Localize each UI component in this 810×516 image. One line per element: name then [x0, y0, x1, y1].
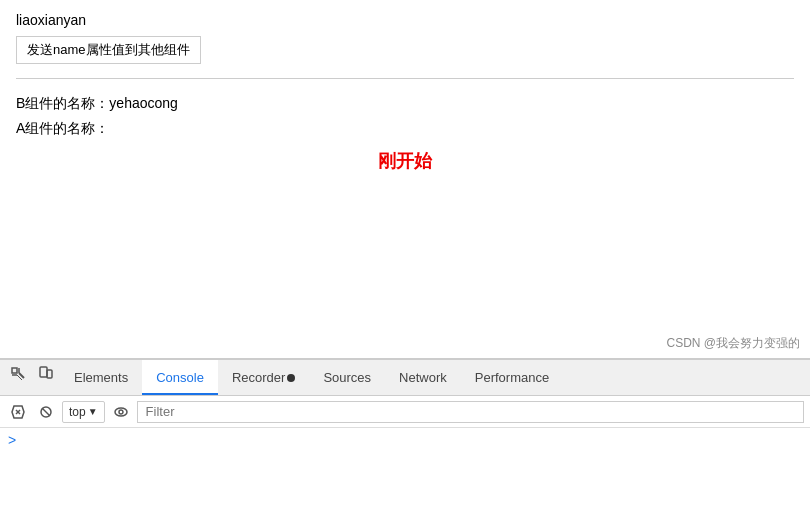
tab-performance-label: Performance: [475, 370, 549, 385]
send-name-button[interactable]: 发送name属性值到其他组件: [16, 36, 201, 64]
tab-sources-label: Sources: [323, 370, 371, 385]
svg-rect-0: [12, 368, 17, 373]
svg-point-9: [119, 410, 123, 414]
devtools-tab-bar: Elements Console Recorder Sources Networ…: [0, 360, 810, 396]
svg-point-8: [115, 408, 127, 416]
divider: [16, 78, 794, 79]
eye-icon[interactable]: [109, 400, 133, 424]
center-status-text: 刚开始: [378, 149, 432, 173]
svg-rect-1: [40, 367, 47, 377]
component-info: B组件的名称：yehaocong A组件的名称：: [16, 91, 794, 141]
tab-console-label: Console: [156, 370, 204, 385]
context-selector-label: top: [69, 405, 86, 419]
username-text: liaoxianyan: [16, 12, 794, 28]
component-a-label: A组件的名称：: [16, 120, 109, 136]
console-prompt-icon: >: [8, 432, 802, 448]
component-b-line: B组件的名称：yehaocong: [16, 91, 794, 116]
main-content: liaoxianyan 发送name属性值到其他组件 B组件的名称：yehaoc…: [0, 0, 810, 359]
tab-network[interactable]: Network: [385, 360, 461, 395]
tab-network-label: Network: [399, 370, 447, 385]
tab-console[interactable]: Console: [142, 360, 218, 395]
device-toolbar-icon[interactable]: [32, 360, 60, 388]
tab-sources[interactable]: Sources: [309, 360, 385, 395]
tab-performance[interactable]: Performance: [461, 360, 563, 395]
block-icon[interactable]: [34, 400, 58, 424]
component-b-value: yehaocong: [109, 95, 178, 111]
component-b-label: B组件的名称：: [16, 95, 109, 111]
inspect-element-icon[interactable]: [4, 360, 32, 388]
context-selector[interactable]: top ▼: [62, 401, 105, 423]
devtools-panel: Elements Console Recorder Sources Networ…: [0, 359, 810, 516]
console-toolbar: top ▼: [0, 396, 810, 428]
chevron-down-icon: ▼: [88, 406, 98, 417]
component-a-line: A组件的名称：: [16, 116, 794, 141]
recorder-dot-icon: [287, 374, 295, 382]
svg-rect-2: [47, 370, 52, 378]
tab-recorder[interactable]: Recorder: [218, 360, 309, 395]
tab-elements-label: Elements: [74, 370, 128, 385]
filter-input[interactable]: [137, 401, 804, 423]
clear-console-icon[interactable]: [6, 400, 30, 424]
console-output: >: [0, 428, 810, 516]
svg-line-7: [42, 408, 50, 416]
tab-recorder-label: Recorder: [232, 370, 285, 385]
tab-elements[interactable]: Elements: [60, 360, 142, 395]
watermark-text: CSDN @我会努力变强的: [666, 335, 800, 352]
